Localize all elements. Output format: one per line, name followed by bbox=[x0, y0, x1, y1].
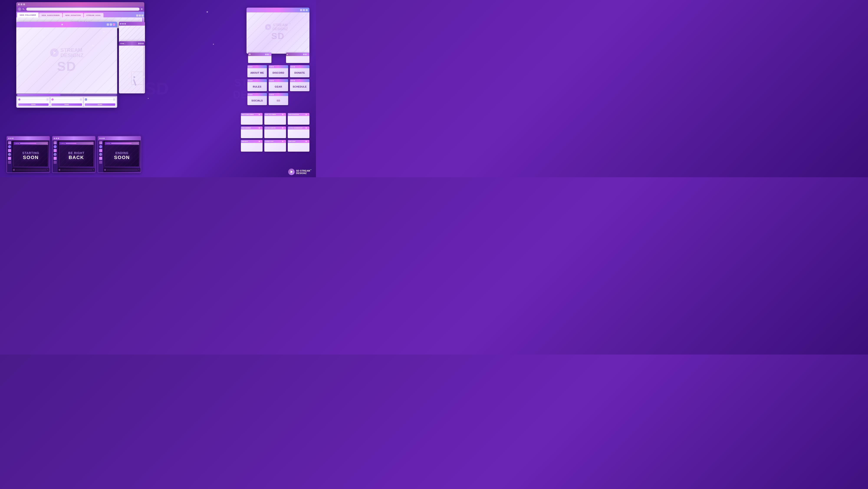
heart-icon-1 bbox=[18, 98, 21, 100]
starting-content: Loading STARTING SOON bbox=[12, 140, 50, 172]
win-dot-max[interactable] bbox=[21, 3, 22, 5]
scroll-x-thumb[interactable] bbox=[17, 94, 61, 96]
donate-body: DONATE bbox=[290, 68, 309, 77]
panel-btn-donate[interactable]: ↙ DONATE bbox=[290, 65, 309, 77]
alert-follower-title: NEW FOLLOWER bbox=[265, 114, 276, 115]
as-min bbox=[259, 114, 260, 115]
starting-inner: Loading STARTING SOON bbox=[13, 142, 48, 167]
adn-body bbox=[288, 116, 309, 125]
ger-d1 bbox=[270, 80, 271, 81]
agm-min bbox=[306, 127, 307, 128]
tab-new-follower[interactable]: NEW_FOLLOWER bbox=[17, 12, 39, 18]
lr-max[interactable] bbox=[303, 9, 305, 11]
donate-label: DONATE bbox=[294, 71, 305, 74]
chat-min[interactable] bbox=[138, 43, 140, 44]
notif-dollar-window: $ bbox=[286, 53, 309, 63]
chat-close[interactable] bbox=[142, 43, 144, 44]
alert-member-title: NEW MEMBER bbox=[242, 127, 251, 128]
lr-close[interactable] bbox=[306, 9, 308, 11]
input-1-x[interactable] bbox=[46, 98, 49, 100]
panel-btn-rules[interactable]: ↙ RULES bbox=[247, 79, 267, 91]
dollar-icon: $ bbox=[85, 98, 87, 100]
panel-btn-discord[interactable]: ↙ DISCORD bbox=[269, 65, 288, 77]
af-close bbox=[284, 114, 285, 115]
search-icon[interactable] bbox=[141, 8, 143, 10]
right-small-window bbox=[119, 22, 145, 43]
notif-user-window bbox=[248, 53, 272, 63]
socials-label: SOCIALS bbox=[251, 99, 263, 102]
address-bar[interactable] bbox=[26, 8, 140, 11]
win-dot-min[interactable] bbox=[18, 3, 20, 5]
browser-max-btn[interactable] bbox=[139, 15, 141, 17]
end-sb-5 bbox=[99, 157, 102, 160]
panel-btn-about-me[interactable]: ↙ ABOUT ME bbox=[247, 65, 267, 77]
panel-btn-schedule[interactable]: ↙ SCHEDULE bbox=[290, 79, 309, 91]
nu-min[interactable] bbox=[265, 54, 267, 55]
tab-stream-goal[interactable]: STREAM_GOAL bbox=[84, 13, 103, 18]
about-body: ABOUT ME bbox=[247, 68, 267, 77]
rsmall-max[interactable] bbox=[122, 23, 124, 25]
ebb-1 bbox=[104, 169, 106, 171]
win-dot-close[interactable] bbox=[23, 3, 25, 5]
alert-new-host: NEW HOST bbox=[288, 140, 309, 152]
starting-inner-bar: Loading bbox=[14, 142, 48, 145]
panel-btn-extra[interactable]: ↙ SD bbox=[269, 93, 288, 105]
starting-sidebar bbox=[7, 140, 12, 172]
nu-max[interactable] bbox=[267, 54, 269, 55]
input-3-x[interactable] bbox=[113, 98, 115, 100]
send-btn-2[interactable]: SEND bbox=[52, 104, 82, 106]
ending-text-area: ENDING SOON bbox=[105, 145, 139, 167]
brb-d2 bbox=[56, 138, 57, 139]
end-d3 bbox=[103, 138, 104, 139]
arrow-discord: ↙ bbox=[278, 65, 279, 66]
input-1-field[interactable] bbox=[21, 99, 46, 100]
nu-close[interactable] bbox=[269, 54, 271, 55]
tab-new-donation[interactable]: NEW_DONATION bbox=[63, 13, 83, 18]
alert-host-title: NEW HOST bbox=[289, 141, 296, 142]
send-btn-1[interactable]: SEND bbox=[18, 104, 49, 106]
input-3-field[interactable] bbox=[88, 99, 113, 100]
schedule-label: SCHEDULE bbox=[293, 85, 307, 88]
af-body bbox=[264, 116, 286, 125]
main-close-btn[interactable] bbox=[113, 24, 115, 26]
main-window: + STREAMDESIGNZ SD bbox=[16, 22, 117, 108]
main-max-btn[interactable] bbox=[110, 24, 112, 26]
chat-max[interactable] bbox=[140, 43, 142, 44]
main-min-btn[interactable] bbox=[107, 24, 109, 26]
brb-sidebar bbox=[53, 140, 58, 172]
alert-gifted-sub: GIFTED SUB 800 bbox=[264, 126, 286, 138]
brb-bb-1 bbox=[59, 169, 60, 171]
tab-new-subscriber[interactable]: NEW_SUBSCRIBER bbox=[39, 13, 62, 18]
alert-new-member: NEW MEMBER bbox=[241, 126, 262, 138]
adn-min bbox=[306, 114, 307, 115]
asc-min bbox=[282, 141, 283, 142]
input-panel-2: SEND bbox=[50, 97, 83, 107]
ger-d3 bbox=[273, 80, 274, 81]
nd-max[interactable] bbox=[305, 54, 307, 55]
brb-layout: Loading BE RIGHT BACK bbox=[53, 140, 95, 172]
nd-min[interactable] bbox=[303, 54, 305, 55]
input-2-field[interactable] bbox=[55, 99, 79, 100]
sst-d1 bbox=[8, 138, 9, 139]
rsmall-close[interactable] bbox=[124, 23, 126, 25]
send-btn-3[interactable]: SEND bbox=[85, 104, 115, 106]
back-btn[interactable] bbox=[18, 8, 21, 11]
sd-logo-icon bbox=[288, 169, 295, 175]
panel-btn-socials[interactable]: ↙ SOCIALS bbox=[247, 93, 267, 105]
nd-close[interactable] bbox=[307, 54, 309, 55]
input-2-x[interactable] bbox=[80, 98, 82, 100]
input-row: SEND SEND $ SEND bbox=[16, 96, 117, 108]
browser-min-btn[interactable] bbox=[136, 15, 138, 17]
nu-body bbox=[248, 56, 272, 63]
rsmall-min[interactable] bbox=[120, 23, 122, 25]
input-panel-1: SEND bbox=[17, 97, 50, 107]
sd-brand-text: SD STREAM™ DESIGNZ bbox=[296, 169, 312, 175]
sbb-progress bbox=[16, 170, 46, 170]
arrow-about-me: ↙ bbox=[256, 65, 258, 66]
panel-btn-gear[interactable]: ↙ GEAR bbox=[269, 79, 288, 91]
brb-inner: Loading BE RIGHT BACK bbox=[59, 142, 94, 167]
heart-icon-2 bbox=[52, 98, 54, 100]
lr-min[interactable] bbox=[300, 9, 302, 11]
extra-body: SD bbox=[269, 96, 288, 105]
browser-close-btn[interactable] bbox=[142, 15, 144, 17]
